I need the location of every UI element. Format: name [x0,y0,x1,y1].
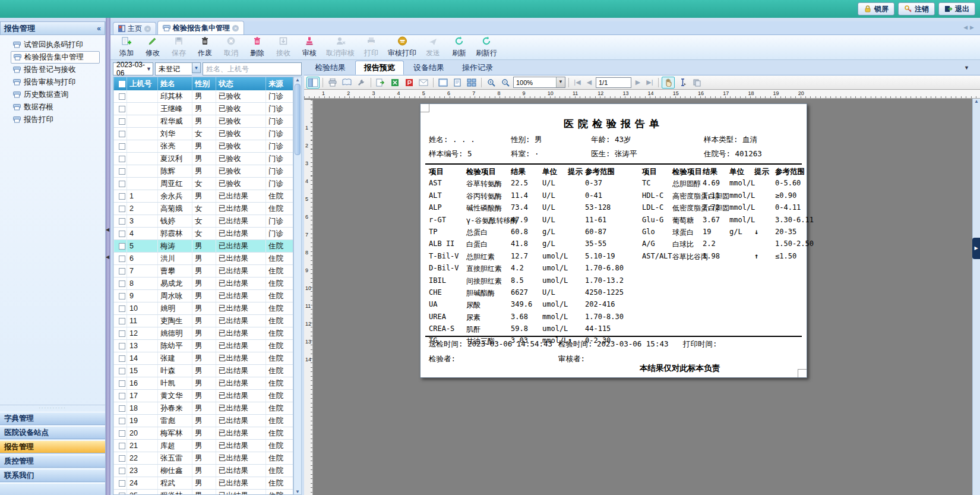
sidebar-item[interactable]: 数据存根 [11,101,100,113]
preview-scrollbar[interactable]: ▲▶ [972,99,980,495]
tab-preview[interactable]: 检验结果 [306,61,354,75]
row-checkbox[interactable] [119,268,125,275]
row-checkbox[interactable] [119,231,125,237]
row-checkbox[interactable] [119,256,125,262]
table-row[interactable]: 夏汉利男已验收门诊 [113,153,293,165]
last-page-button[interactable]: ▶| [644,78,655,86]
panel-options-chevron-icon[interactable]: ▼ [964,65,969,71]
sidebar-panel[interactable]: 字典管理 [0,412,105,425]
exit-button[interactable]: 退出 [938,2,975,15]
row-checkbox[interactable] [119,305,125,312]
zoom-level-select[interactable]: 100%▼ [513,77,565,88]
tab-active-preview[interactable]: 报告预览 [355,61,404,75]
table-row[interactable]: 9周水咏男已出结果住院 [113,290,293,302]
collapsed-panel-expander[interactable]: ▶ [972,238,980,259]
prev-page-button[interactable]: ◀ [584,78,595,86]
row-checkbox[interactable] [119,430,125,437]
table-row[interactable]: 周亚红女已验收门诊 [113,178,293,190]
splitter-collapse-icon[interactable]: ◀ [106,254,109,260]
logout-button[interactable]: 注销 [898,2,935,15]
close-icon[interactable]: × [144,26,151,32]
table-row[interactable]: 10姚明男已出结果住院 [113,302,293,315]
row-checkbox[interactable] [119,393,125,399]
tab-active[interactable]: 检验报告集中管理× [157,21,244,34]
cancel-audit-button[interactable]: 取消审核 [323,36,358,59]
table-row[interactable]: 8易成龙男已出结果住院 [113,278,293,290]
vertical-splitter[interactable]: ◀ ◀ [106,18,110,495]
scroll-up-icon[interactable]: ▲ [295,77,300,83]
document-map-icon[interactable] [306,77,320,89]
sidebar-item[interactable]: 报告登记与接收 [11,64,100,76]
send-button[interactable]: 发送 [421,36,445,59]
table-row[interactable]: 5梅涛男已出结果住院 [113,240,293,253]
table-row[interactable]: 16叶凯男已出结果住院 [113,377,293,390]
page-setup-icon[interactable] [340,77,353,89]
table-row[interactable]: 25程焱林男已出结果住院 [113,490,293,495]
sidebar-item[interactable]: 试管回执条码打印 [11,39,100,51]
lock-button[interactable]: 锁屏 [858,2,894,15]
row-checkbox[interactable] [119,293,125,299]
row-checkbox[interactable] [119,355,125,362]
table-row[interactable]: 1余永兵男已出结果住院 [113,190,293,203]
hand-tool-icon[interactable] [662,77,675,89]
refresh-row-button[interactable]: 刷新行 [473,36,500,59]
table-row[interactable]: 2高菊娥女已出结果住院 [113,203,293,215]
zoom-in-icon[interactable] [485,77,498,89]
preview-canvas[interactable]: 1234567891011121314 医院检验报告单 姓名: . . .性别:… [304,99,980,495]
row-checkbox[interactable] [119,368,125,374]
copy-icon[interactable] [690,77,703,89]
receive-button[interactable]: 接收 [271,36,296,59]
settings-icon[interactable] [355,77,368,89]
table-row[interactable]: 15叶森男已出结果住院 [113,365,293,377]
sidebar-item[interactable]: 报告打印 [11,113,100,126]
edit-button[interactable]: 修改 [140,36,165,59]
table-row[interactable]: 程华威男已验收门诊 [113,115,293,128]
table-row[interactable]: 7曹攀男已出结果住院 [113,265,293,278]
row-checkbox[interactable] [119,455,125,462]
tab-scroll-arrows-icon[interactable]: ◀▶ [963,24,976,30]
row-checkbox[interactable] [119,93,125,100]
sidebar-item[interactable]: 检验报告集中管理 [11,51,100,64]
table-row[interactable]: 6洪川男已出结果住院 [113,253,293,265]
sidebar-grip-handle[interactable]: ·········· [0,405,105,411]
export-excel-icon[interactable] [388,77,402,89]
table-row[interactable]: 13陈幼平男已出结果住院 [113,340,293,352]
select-all-checkbox[interactable] [119,81,125,87]
audit-print-button[interactable]: 审核打印 [385,36,419,59]
row-checkbox[interactable] [119,280,125,287]
row-checkbox[interactable] [119,243,125,250]
export-icon[interactable] [374,77,387,89]
email-icon[interactable] [417,77,430,89]
cancel-button[interactable]: 取消 [219,36,244,59]
row-checkbox[interactable] [119,181,125,187]
row-checkbox[interactable] [119,106,125,112]
table-row[interactable]: 11吏陶生男已出结果住院 [113,315,293,327]
multi-page-icon[interactable] [465,77,478,89]
status-filter[interactable]: 未登记 ▼ [155,62,201,75]
sidebar-panel[interactable]: 质控管理 [0,455,105,468]
row-checkbox[interactable] [119,468,125,474]
close-icon[interactable]: × [232,25,239,31]
patient-table-scrollbar[interactable]: ▲ ▼ [293,77,302,495]
print-button[interactable]: 打印 [359,36,384,59]
sidebar-panel[interactable]: 联系我们 [0,469,105,482]
table-row[interactable]: 18孙春来男已出结果住院 [113,402,293,415]
delete-button[interactable]: 删除 [245,36,270,59]
table-row[interactable]: 21库超男已出结果住院 [113,440,293,452]
table-row[interactable]: 24程武男已出结果住院 [113,477,293,490]
row-checkbox[interactable] [119,480,125,487]
void-button[interactable]: 作废 [192,36,217,59]
row-checkbox[interactable] [119,118,125,125]
row-checkbox[interactable] [119,156,125,162]
tab-preview[interactable]: 操作记录 [454,61,501,75]
table-row[interactable]: 张亮男已验收门诊 [113,140,293,153]
sidebar-item[interactable]: 报告审核与打印 [11,76,100,89]
tab-preview[interactable]: 设备结果 [405,61,453,75]
search-input[interactable] [203,62,302,75]
page-number-input[interactable]: 1/1 [596,77,631,88]
refresh-button[interactable]: 刷新 [447,36,472,59]
status-filter-select[interactable]: 未登记 [155,62,192,75]
audit-button[interactable]: 审核 [297,36,322,59]
first-page-button[interactable]: |◀ [572,78,583,86]
table-row[interactable]: 12姚德明男已出结果住院 [113,327,293,340]
